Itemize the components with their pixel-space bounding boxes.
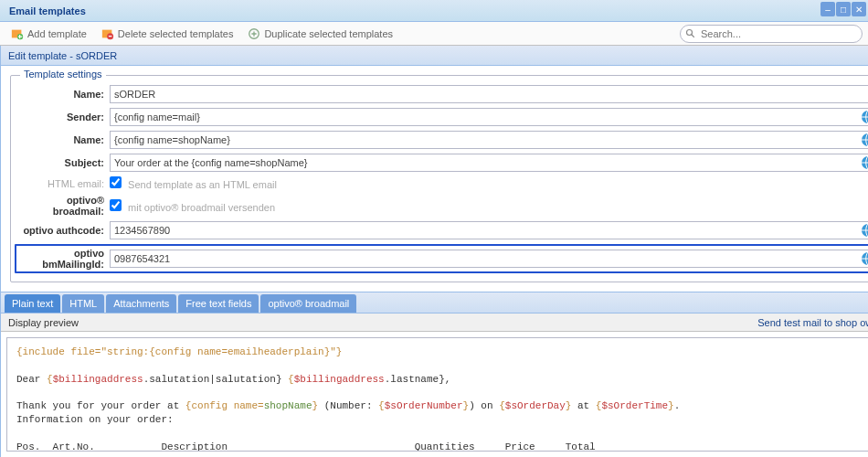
search-icon: [685, 28, 696, 39]
editor-panel: Edit template - sORDER Template settings…: [1, 46, 868, 457]
editor-header: Edit template - sORDER: [1, 46, 868, 66]
globe-icon[interactable]: [861, 223, 868, 238]
editor-title: Edit template - sORDER: [8, 50, 117, 61]
globe-icon[interactable]: [861, 110, 868, 124]
tab[interactable]: optivo® broadmail: [260, 294, 356, 313]
tab[interactable]: HTML: [62, 294, 104, 313]
preview-bar: Display preview Send test mail to shop o…: [1, 314, 868, 332]
label-sender: Sender:: [18, 112, 110, 122]
preview-label: Display preview: [8, 317, 79, 328]
add-template-label: Add template: [27, 28, 87, 39]
close-button[interactable]: ✕: [852, 2, 866, 16]
label-authcode: optivo authcode:: [18, 225, 110, 236]
row-sender: Sender:: [18, 108, 868, 126]
checkbox-broadmail[interactable]: [110, 199, 122, 211]
row-authcode: optivo authcode:: [18, 221, 868, 239]
add-icon: [11, 27, 24, 40]
label-name2: Name:: [18, 134, 110, 145]
maximize-button[interactable]: □: [836, 2, 851, 16]
label-broadmail: optivo® broadmail:: [18, 195, 110, 217]
hint-broadmail: mit optivo® broadmail versenden: [128, 202, 275, 213]
send-test-link[interactable]: Send test mail to shop owner: [757, 317, 868, 328]
row-subject: Subject:: [18, 154, 868, 172]
window-titlebar: Email templates: [0, 0, 868, 22]
search-wrap: [680, 25, 863, 43]
minimize-button[interactable]: –: [820, 2, 835, 16]
label-subject: Subject:: [18, 157, 110, 168]
tab[interactable]: Attachments: [106, 294, 176, 313]
globe-icon[interactable]: [861, 155, 868, 170]
label-name1: Name:: [18, 89, 110, 100]
editor-tabstrip: Plain textHTMLAttachmentsFree text field…: [1, 292, 868, 314]
row-name1: Name:: [18, 85, 868, 103]
checkbox-html[interactable]: [110, 176, 122, 188]
preview-pane[interactable]: {include file="string:{config name=email…: [6, 337, 868, 452]
tab[interactable]: Plain text: [5, 294, 60, 313]
globe-icon[interactable]: [861, 133, 868, 147]
delete-icon: [101, 27, 114, 40]
row-name2: Name:: [18, 131, 868, 149]
template-settings-fieldset: Template settings Name: Sender: Name: Su…: [10, 75, 868, 282]
globe-icon[interactable]: [861, 251, 868, 266]
window-controls: – □ ✕: [820, 2, 866, 16]
input-mailingid[interactable]: [110, 250, 868, 268]
search-input[interactable]: [680, 25, 863, 43]
duplicate-templates-label: Duplicate selected templates: [264, 28, 393, 39]
duplicate-icon: [248, 27, 260, 40]
fieldset-legend: Template settings: [20, 69, 106, 80]
label-mailingid: optivo bmMailingId:: [18, 248, 110, 270]
duplicate-templates-button[interactable]: Duplicate selected templates: [242, 25, 398, 43]
delete-templates-button[interactable]: Delete selected templates: [96, 25, 239, 43]
row-broadmail: optivo® broadmail: mit optivo® broadmail…: [18, 195, 868, 217]
svg-point-5: [687, 29, 693, 35]
input-shopname[interactable]: [110, 131, 868, 149]
main-toolbar: Add template Delete selected templates D…: [0, 22, 868, 46]
input-sender[interactable]: [110, 108, 868, 126]
delete-templates-label: Delete selected templates: [118, 28, 234, 39]
label-html: HTML email:: [18, 178, 110, 189]
hint-html: Send template as an HTML email: [128, 179, 277, 190]
row-mailingid: optivo bmMailingId:: [15, 244, 868, 273]
add-template-button[interactable]: Add template: [5, 25, 92, 43]
window-title: Email templates: [9, 5, 86, 16]
input-subject[interactable]: [110, 154, 868, 172]
input-name[interactable]: [110, 85, 868, 103]
input-authcode[interactable]: [110, 221, 868, 239]
tab[interactable]: Free text fields: [178, 294, 259, 313]
row-html: HTML email: Send template as an HTML ema…: [18, 176, 868, 190]
